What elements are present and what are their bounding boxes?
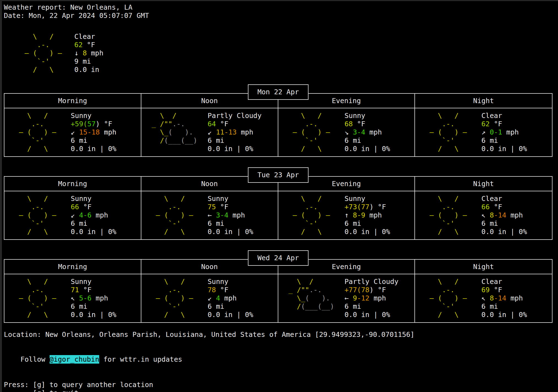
wind-value: ↙ 15-18 mph (71, 128, 117, 136)
precipitation-value: 0.0 in | 0% (344, 311, 398, 319)
follow-prefix: Follow (20, 355, 49, 363)
date-box: Tue 23 Apr (248, 167, 309, 183)
temperature-value: 75 °F (208, 203, 254, 211)
terminal-content: Weather report: New Orleans, LA Date: Mo… (0, 0, 558, 392)
report-date: Date: Mon, 22 Apr 2024 05:07:07 GMT (4, 12, 552, 20)
press-query-hint: Press: [g] to query another location (4, 381, 552, 389)
forecast-row: \ / .-. — ( ) — `-' / \Sunny66 °F↙ 4-6 m… (4, 191, 552, 239)
wind-value: ↙ 4-6 mph (71, 211, 117, 219)
weather-details: Partly Cloudy+77(78) °F← 9-12 mph6 mi0.0… (344, 278, 398, 319)
period-header-night: Night (415, 94, 552, 108)
wind-value: ↖ 8-14 mph (481, 211, 527, 219)
precipitation-value: 0.0 in | 0% (344, 145, 390, 153)
temperature-value: +59(57) °F (71, 120, 117, 128)
press-quit-hint: [q] to quit (4, 389, 552, 392)
weather-details: Sunny68 °F↘ 3-4 mph6 mi0.0 in | 0% (344, 112, 390, 153)
condition-label: Sunny (208, 278, 254, 286)
period-header-night: Night (415, 260, 552, 274)
condition-label: Partly Cloudy (344, 278, 398, 286)
sunny-icon: \ / .-. — ( ) — `-' / \ (11, 195, 71, 236)
weather-details: Clear62 °F↓ 8 mph9 mi0.0 in (74, 33, 103, 74)
forecast-cell-morning: \ / .-. — ( ) — `-' / \Sunny+59(57) °F↙ … (4, 108, 141, 156)
forecast-cell-night: \ / .-. — ( ) — `-' / \Clear69 °F↖ 8-14 … (415, 274, 552, 322)
temperature-value: +77(78) °F (344, 286, 398, 294)
forecast-table: MorningNoonEveningNight \ / .-. — ( ) — … (4, 93, 552, 157)
condition-label: Clear (481, 112, 527, 120)
forecast-row: \ / .-. — ( ) — `-' / \Sunny+59(57) °F↙ … (4, 108, 552, 156)
partly-cloudy-icon: \ / _ /"".-. \_( ). /(___(__) (147, 112, 207, 153)
wind-value: ↖ 5-6 mph (71, 294, 117, 302)
temperature-value: 62 °F (74, 41, 103, 49)
forecast-row: \ / .-. — ( ) — `-' / \Sunny71 °F↖ 5-6 m… (4, 274, 552, 322)
wind-value: ↙ 11-13 mph (208, 128, 262, 136)
weather-details: Sunny66 °F↙ 4-6 mph6 mi0.0 in | 0% (71, 195, 117, 236)
weather-details: Sunny78 °F↙ 4 mph6 mi0.0 in | 0% (208, 278, 254, 319)
precipitation-value: 0.0 in | 0% (481, 228, 527, 236)
day-forecast-mon-22-apr: Mon 22 AprMorningNoonEveningNight \ / .-… (4, 93, 552, 157)
period-header-morning: Morning (4, 94, 141, 108)
period-header-morning: Morning (4, 260, 141, 274)
sunny-icon: \ / .-. — ( ) — `-' / \ (421, 278, 481, 319)
visibility-value: 6 mi (344, 136, 390, 145)
temperature-value: 68 °F (344, 120, 390, 128)
visibility-value: 6 mi (481, 136, 527, 145)
follow-suffix: for wttr.in updates (99, 355, 182, 363)
weather-details: Sunny+73(77) °F↑ 8-9 mph6 mi0.0 in | 0% (344, 195, 390, 236)
weather-details: Sunny71 °F↖ 5-6 mph6 mi0.0 in | 0% (71, 278, 117, 319)
sunny-icon: \ / .-. — ( ) — `-' / \ (284, 195, 344, 236)
visibility-value: 6 mi (71, 302, 117, 311)
visibility-value: 6 mi (208, 219, 254, 228)
condition-label: Clear (481, 195, 527, 203)
visibility-value: 6 mi (344, 302, 398, 311)
forecast-cell-noon: \ / .-. — ( ) — `-' / \Sunny78 °F↙ 4 mph… (141, 274, 278, 322)
condition-label: Partly Cloudy (208, 112, 262, 120)
report-title: Weather report: New Orleans, LA (4, 3, 552, 12)
forecast-cell-night: \ / .-. — ( ) — `-' / \Clear66 °F↖ 8-14 … (415, 191, 552, 239)
temperature-value: 66 °F (71, 203, 117, 211)
twitter-handle-link[interactable]: @igor_chubin (50, 355, 99, 364)
current-conditions: \ / .-. — ( ) — `-' / \Clear62 °F↓ 8 mph… (16, 33, 552, 74)
wind-value: ↙ 4 mph (208, 294, 254, 302)
wind-value: ↘ 3-4 mph (344, 128, 390, 136)
weather-details: Sunny75 °F← 3-4 mph6 mi0.0 in | 0% (208, 195, 254, 236)
temperature-value: 64 °F (208, 120, 262, 128)
day-forecast-wed-24-apr: Wed 24 AprMorningNoonEveningNight \ / .-… (4, 259, 552, 323)
condition-label: Sunny (71, 195, 117, 203)
wind-value: ↓ 8 mph (74, 49, 103, 57)
wind-value: ↖ 8-14 mph (481, 294, 527, 302)
condition-label: Sunny (71, 278, 117, 286)
temperature-value: 69 °F (481, 286, 527, 294)
temperature-value: 66 °F (481, 203, 527, 211)
visibility-value: 9 mi (74, 57, 103, 66)
weather-details: Clear69 °F↖ 8-14 mph6 mi0.0 in | 0% (481, 278, 527, 319)
precipitation-value: 0.0 in | 0% (208, 145, 262, 153)
wind-value: ↑ 8-9 mph (344, 211, 390, 219)
sunny-icon: \ / .-. — ( ) — `-' / \ (147, 195, 207, 236)
weather-details: Sunny+59(57) °F↙ 15-18 mph6 mi0.0 in | 0… (71, 112, 117, 153)
date-box: Mon 22 Apr (248, 84, 309, 100)
partly-cloudy-icon: \ / _ /"".-. \_( ). /(___(__) (284, 278, 344, 319)
precipitation-value: 0.0 in | 0% (344, 228, 390, 236)
day-forecast-tue-23-apr: Tue 23 AprMorningNoonEveningNight \ / .-… (4, 176, 552, 240)
date-box: Wed 24 Apr (248, 250, 309, 266)
sunny-icon: \ / .-. — ( ) — `-' / \ (147, 278, 207, 319)
forecast-cell-noon: \ / .-. — ( ) — `-' / \Sunny75 °F← 3-4 m… (141, 191, 278, 239)
sunny-icon: \ / .-. — ( ) — `-' / \ (421, 112, 481, 153)
precipitation-value: 0.0 in | 0% (481, 311, 527, 319)
sunny-icon: \ / .-. — ( ) — `-' / \ (421, 195, 481, 236)
visibility-value: 6 mi (481, 302, 527, 311)
precipitation-value: 0.0 in | 0% (208, 228, 254, 236)
sunny-icon: \ / .-. — ( ) — `-' / \ (284, 112, 344, 153)
temperature-value: +73(77) °F (344, 203, 390, 211)
temperature-value: 78 °F (208, 286, 254, 294)
wind-value: ↗ 0-1 mph (481, 128, 527, 136)
forecast-cell-evening: \ / .-. — ( ) — `-' / \Sunny+73(77) °F↑ … (278, 191, 415, 239)
wind-value: ← 3-4 mph (208, 211, 254, 219)
precipitation-value: 0.0 in | 0% (208, 311, 254, 319)
forecast-days: Mon 22 AprMorningNoonEveningNight \ / .-… (4, 93, 552, 323)
visibility-value: 6 mi (481, 219, 527, 228)
weather-details: Partly Cloudy64 °F↙ 11-13 mph6 mi0.0 in … (208, 112, 262, 153)
forecast-cell-evening: \ / .-. — ( ) — `-' / \Sunny68 °F↘ 3-4 m… (278, 108, 415, 156)
temperature-value: 71 °F (71, 286, 117, 294)
weather-details: Clear66 °F↖ 8-14 mph6 mi0.0 in | 0% (481, 195, 527, 236)
